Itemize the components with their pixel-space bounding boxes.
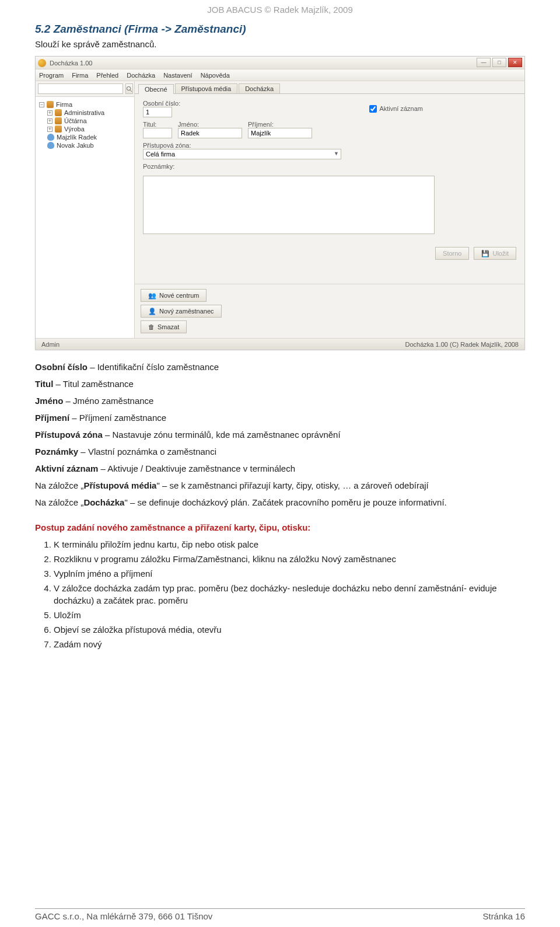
person-add-icon: 👤	[148, 308, 156, 315]
window-controls: — □ ✕	[477, 58, 522, 67]
folder-icon	[55, 117, 62, 124]
step-item: Objeví se záložka přístupová média, otev…	[54, 623, 525, 636]
menubar: Program Firma Přehled Docházka Nastavení…	[36, 69, 524, 81]
label-osobni-cislo: Osobní číslo:	[143, 100, 180, 107]
step-item: Vyplním jméno a příjmení	[54, 567, 525, 580]
step-item: V záložce docházka zadám typ prac. poměr…	[54, 582, 525, 607]
search-icon	[126, 86, 132, 92]
menu-napoveda[interactable]: Nápověda	[201, 72, 230, 79]
menu-nastaveni[interactable]: Nastavení	[163, 72, 192, 79]
tab-obecne[interactable]: Obecné	[138, 84, 174, 94]
chevron-down-icon: ▼	[334, 151, 339, 156]
save-icon: 💾	[481, 250, 489, 257]
def-titul: Titul – Titul zaměstnance	[35, 378, 525, 390]
tree-root[interactable]: − Firma	[38, 100, 132, 109]
step-item: Rozkliknu v programu záložku Firma/Zaměs…	[54, 553, 525, 565]
svg-line-1	[130, 90, 132, 92]
step-item: Uložím	[54, 609, 525, 621]
tree-view[interactable]: − Firma +Administrativa +Účtárna +Výroba…	[36, 97, 134, 338]
collapse-icon[interactable]: −	[39, 102, 44, 107]
tree-root-label: Firma	[56, 101, 72, 108]
ulozit-button[interactable]: 💾 Uložit	[474, 247, 516, 260]
novy-zamestnanec-button[interactable]: 👤 Nový zaměstnanec	[141, 305, 222, 318]
close-button[interactable]: ✕	[508, 58, 522, 67]
footer-page-number: Stránka 16	[482, 911, 525, 921]
input-jmeno[interactable]	[178, 128, 242, 138]
label-poznamky: Poznámky:	[143, 163, 174, 170]
search-input[interactable]	[38, 83, 123, 94]
form-obecne: Osobní číslo: Aktivní záznam Titul:	[135, 94, 524, 243]
page-footer: GACC s.r.o., Na mlékárně 379, 666 01 Tiš…	[35, 908, 525, 921]
footer-company: GACC s.r.o., Na mlékárně 379, 666 01 Tiš…	[35, 911, 212, 921]
page-header: JOB ABACUS © Radek Majzlík, 2009	[0, 0, 560, 17]
label-jmeno: Jméno:	[178, 121, 242, 128]
svg-point-0	[127, 86, 130, 90]
folder-icon	[47, 101, 54, 108]
input-osobni-cislo[interactable]	[143, 107, 172, 117]
para-dochazka: Na záložce „Docházka" – se definuje doch…	[35, 496, 525, 508]
person-icon	[47, 134, 54, 141]
tree-node[interactable]: +Účtárna	[46, 117, 132, 125]
label-prijmeni: Příjmení:	[248, 121, 312, 128]
statusbar: Admin Docházka 1.00 (C) Radek Majzlík, 2…	[36, 338, 524, 350]
expand-icon[interactable]: +	[47, 110, 52, 116]
menu-program[interactable]: Program	[39, 72, 64, 79]
tabs: Obecné Přístupová média Docházka	[135, 81, 524, 94]
def-jmeno: Jméno – Jméno zaměstnance	[35, 395, 525, 407]
label-titul: Titul:	[143, 121, 172, 128]
status-user: Admin	[41, 341, 60, 348]
def-osobni-cislo: Osobní číslo – Identifikační číslo zaměs…	[35, 361, 525, 373]
tree-person[interactable]: Majzlík Radek	[46, 133, 132, 141]
input-prijmeni[interactable]	[248, 128, 312, 138]
tab-pristupova-media[interactable]: Přístupová média	[175, 83, 238, 93]
procedure-heading: Postup zadání nového zaměstnance a přiřa…	[35, 522, 525, 532]
def-poznamky: Poznámky – Vlastní poznámka o zaměstnanc…	[35, 445, 525, 458]
menu-prehled[interactable]: Přehled	[96, 72, 118, 79]
search-button[interactable]	[125, 83, 133, 94]
tree-person[interactable]: Novak Jakub	[46, 141, 132, 149]
tab-dochazka[interactable]: Docházka	[239, 83, 280, 93]
maximize-button[interactable]: □	[492, 58, 506, 67]
textarea-poznamky[interactable]	[143, 176, 435, 234]
app-icon	[38, 59, 46, 67]
procedure-steps: K terminálu přiložím jednu kartu, čip ne…	[54, 538, 525, 650]
nove-centrum-button[interactable]: 👥 Nové centrum	[141, 289, 206, 302]
step-item: K terminálu přiložím jednu kartu, čip ne…	[54, 538, 525, 550]
group-icon: 👥	[148, 292, 156, 299]
right-panel: Obecné Přístupová média Docházka Osobní …	[135, 81, 524, 338]
minimize-button[interactable]: —	[477, 58, 491, 67]
folder-icon	[55, 126, 62, 133]
menu-firma[interactable]: Firma	[72, 72, 88, 79]
menu-dochazka[interactable]: Docházka	[127, 72, 155, 79]
section-title: 5.2 Zaměstnanci (Firma -> Zaměstnanci)	[35, 23, 560, 36]
app-window: Docházka 1.00 — □ ✕ Program Firma Přehle…	[35, 56, 525, 350]
person-icon	[47, 142, 54, 149]
label-zona: Přístupová zóna:	[143, 142, 341, 149]
smazat-button[interactable]: 🗑 Smazat	[141, 320, 187, 333]
select-zona[interactable]	[143, 149, 341, 159]
def-aktivni: Aktivní záznam – Aktivuje / Deaktivuje z…	[35, 462, 525, 475]
tree-node[interactable]: +Administrativa	[46, 109, 132, 117]
storno-button[interactable]: Storno	[435, 247, 469, 260]
input-titul[interactable]	[143, 128, 172, 138]
left-panel: − Firma +Administrativa +Účtárna +Výroba…	[36, 81, 135, 338]
window-title: Docházka 1.00	[50, 60, 92, 67]
checkbox-aktivni[interactable]	[369, 105, 377, 113]
titlebar: Docházka 1.00 — □ ✕	[36, 57, 524, 69]
status-copyright: Docházka 1.00 (C) Radek Majzlík, 2008	[405, 341, 519, 348]
tree-node[interactable]: +Výroba	[46, 125, 132, 133]
trash-icon: 🗑	[148, 323, 155, 330]
step-item: Zadám nový	[54, 638, 525, 650]
expand-icon[interactable]: +	[47, 127, 52, 132]
def-prijmeni: Příjmení – Příjmení zaměstnance	[35, 412, 525, 424]
action-strip: 👥 Nové centrum 👤 Nový zaměstnanec 🗑 Smaz…	[135, 284, 524, 338]
def-zona: Přístupová zóna – Nastavuje zónu terminá…	[35, 428, 525, 441]
label-aktivni: Aktivní záznam	[379, 105, 423, 112]
expand-icon[interactable]: +	[47, 119, 52, 124]
para-media: Na záložce „Přístupová média" – se k zam…	[35, 479, 525, 492]
intro-text: Slouží ke správě zaměstnanců.	[35, 39, 525, 49]
folder-icon	[55, 109, 62, 116]
